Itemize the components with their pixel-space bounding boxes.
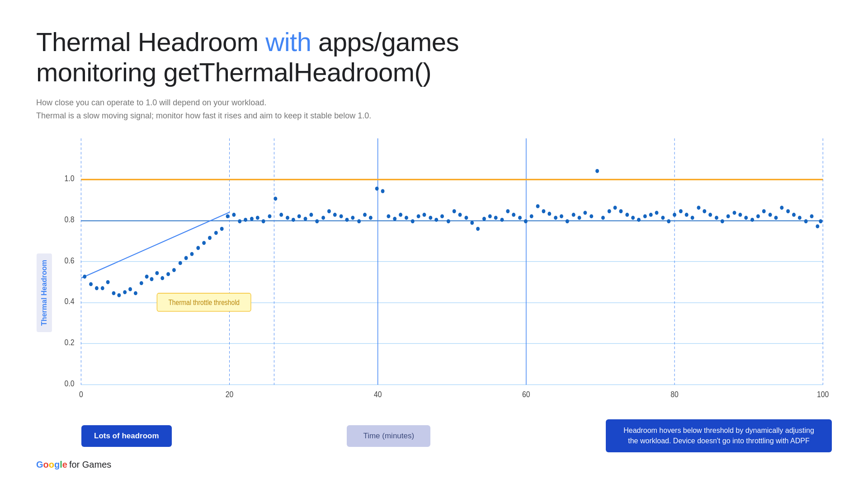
google-logo: Googlefor Games [36,460,832,470]
svg-point-64 [297,214,301,218]
svg-point-134 [715,216,718,220]
svg-point-42 [166,272,170,276]
google-letter-g2: g [54,460,60,470]
y-axis-label: Thermal Headroom [37,253,52,332]
google-letter-o1: o [43,460,49,470]
svg-point-118 [619,209,623,213]
svg-point-32 [112,291,116,295]
svg-point-111 [578,216,581,220]
svg-text:80: 80 [670,390,679,399]
subtitle: How close you can operate to 1.0 will de… [36,96,832,122]
svg-point-146 [786,209,790,213]
svg-point-116 [608,209,611,213]
svg-point-79 [387,214,390,218]
svg-point-120 [631,216,635,220]
subtitle-line1: How close you can operate to 1.0 will de… [36,98,266,107]
svg-point-100 [512,213,515,217]
title-block: Thermal Headroom with apps/games monitor… [36,27,832,87]
svg-point-80 [393,217,396,221]
svg-point-56 [250,217,254,221]
svg-text:0.8: 0.8 [65,215,75,224]
svg-point-124 [655,211,659,215]
svg-point-69 [327,209,331,213]
svg-point-66 [309,213,313,217]
svg-point-81 [399,213,402,217]
svg-point-63 [292,218,295,222]
svg-point-37 [140,281,143,285]
svg-point-54 [238,219,241,223]
svg-point-117 [613,206,617,210]
svg-point-105 [542,209,545,213]
svg-point-123 [649,213,653,217]
svg-point-144 [774,216,778,220]
svg-point-119 [625,213,629,217]
svg-point-143 [769,213,772,217]
svg-point-52 [226,214,230,218]
title-line2: monitoring getThermalHeadroom() [36,57,431,87]
svg-point-28 [89,282,93,286]
svg-point-112 [583,211,587,215]
svg-point-30 [101,286,104,290]
google-letter-o2: o [49,460,54,470]
svg-point-34 [123,290,127,294]
svg-point-127 [673,213,676,217]
svg-point-96 [488,214,492,218]
svg-point-99 [506,209,509,213]
svg-point-45 [184,256,188,260]
svg-point-108 [560,214,563,218]
svg-point-131 [697,206,700,210]
svg-point-29 [95,286,99,290]
svg-point-92 [464,216,468,220]
svg-point-33 [117,293,121,297]
svg-point-113 [590,214,593,218]
svg-point-57 [256,216,259,220]
svg-text:Thermal throttle threshold: Thermal throttle threshold [168,299,240,306]
svg-point-149 [804,219,808,223]
svg-point-90 [453,209,456,213]
subtitle-line2: Thermal is a slow moving signal; monitor… [36,111,371,120]
svg-point-62 [286,216,289,220]
svg-point-27 [83,275,86,279]
svg-point-129 [685,213,689,217]
svg-point-132 [703,209,706,213]
svg-point-147 [792,213,796,217]
svg-text:100: 100 [817,390,829,399]
svg-point-130 [691,216,694,220]
svg-point-125 [661,216,665,220]
svg-point-59 [268,214,272,218]
chart-svg: 1.0 0.8 0.6 0.4 0.2 0.0 0 20 40 60 80 10… [54,133,832,415]
title-highlight: with [265,27,311,56]
svg-point-126 [667,219,670,223]
svg-point-51 [220,227,224,231]
svg-point-68 [321,216,325,220]
svg-point-114 [595,169,599,173]
svg-point-70 [333,213,337,217]
svg-point-133 [708,213,712,217]
svg-point-140 [750,218,754,222]
svg-point-86 [429,216,432,220]
svg-point-103 [530,214,533,218]
svg-point-55 [244,218,247,222]
svg-point-148 [798,216,802,220]
subtitle-block: How close you can operate to 1.0 will de… [36,96,832,122]
svg-point-38 [145,275,149,279]
svg-point-109 [566,219,569,223]
svg-point-137 [733,211,736,215]
svg-point-141 [756,214,760,218]
adpf-description-label: Headroom hovers below threshold by dynam… [606,419,832,452]
svg-point-78 [381,189,385,193]
svg-point-138 [738,213,742,217]
svg-point-142 [762,209,766,213]
svg-point-150 [810,214,814,218]
svg-point-84 [417,214,420,218]
svg-point-104 [536,204,540,208]
svg-point-121 [637,218,641,222]
svg-point-71 [340,214,343,218]
svg-text:60: 60 [522,390,530,399]
svg-point-39 [150,277,154,281]
svg-point-91 [458,213,462,217]
svg-point-67 [315,219,319,223]
svg-point-76 [369,216,373,220]
svg-point-35 [128,287,132,291]
svg-point-72 [345,218,349,222]
